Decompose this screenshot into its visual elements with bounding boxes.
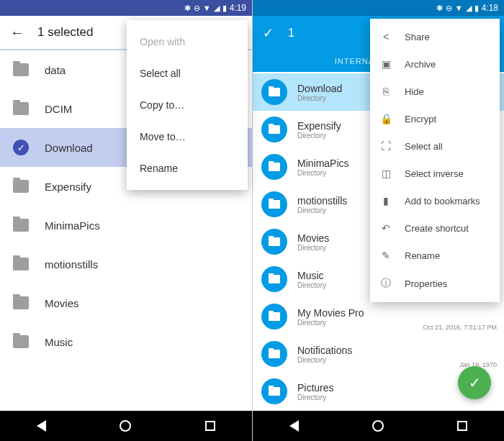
item-label: Notifications xyxy=(297,345,495,356)
folder-circle-icon xyxy=(261,154,287,180)
list-item[interactable]: NotificationsDirectoryJan 19, 1970 xyxy=(253,335,504,373)
menu-item-label: Select all xyxy=(405,141,443,152)
battery-icon: ▮ xyxy=(222,4,227,13)
folder-circle-icon xyxy=(261,191,287,217)
menu-item[interactable]: ⓘProperties xyxy=(370,269,500,298)
item-label: motionstills xyxy=(45,258,98,270)
menu-item[interactable]: Select all xyxy=(127,58,248,89)
menu-item-label: Properties xyxy=(405,278,447,289)
folder-icon xyxy=(13,258,29,270)
nav-recent-icon[interactable] xyxy=(457,421,467,431)
nav-home-icon[interactable] xyxy=(372,420,384,432)
menu-item[interactable]: ⎘Hide xyxy=(370,78,500,105)
selected-count: 1 xyxy=(288,27,294,40)
list-item[interactable]: motionstills xyxy=(0,245,252,283)
status-time: 4:18 xyxy=(482,3,498,13)
item-label: MinimaPics xyxy=(45,219,100,232)
context-menu: Open withSelect allCopy to…Move to…Renam… xyxy=(127,20,248,190)
menu-item[interactable]: ▣Archive xyxy=(370,50,500,78)
status-bar: ✱ ⊖ ▼ ◢ ▮ 4:18 xyxy=(253,0,504,16)
lock-icon: 🔒 xyxy=(380,113,392,124)
check-icon[interactable]: ✓ xyxy=(263,25,274,41)
menu-item[interactable]: ◫Select inverse xyxy=(370,160,500,187)
bluetooth-icon: ✱ xyxy=(436,4,443,13)
folder-icon xyxy=(13,102,29,115)
toolbar-title: 1 selected xyxy=(37,25,94,40)
check-circle-icon: ✓ xyxy=(13,140,29,155)
menu-item: Open with xyxy=(127,26,248,58)
item-label: My Movies Pro xyxy=(297,307,495,319)
menu-item-label: Select inverse xyxy=(405,168,464,179)
folder-icon xyxy=(13,219,29,232)
menu-item-label: Add to bookmarks xyxy=(405,196,480,206)
properties-icon: ⓘ xyxy=(380,277,392,290)
wifi-icon: ▼ xyxy=(455,4,463,12)
list-item[interactable]: Music xyxy=(0,322,252,361)
fab-confirm[interactable]: ✓ xyxy=(458,366,491,399)
share-icon: < xyxy=(380,31,392,42)
dnd-icon: ⊖ xyxy=(194,4,200,13)
folder-icon xyxy=(13,296,29,309)
phone-left: ✱ ⊖ ▼ ◢ ▮ 4:19 ← 1 selected dataDCIM✓Dow… xyxy=(0,0,252,441)
item-label: data xyxy=(45,64,66,76)
bookmark-icon: ▮ xyxy=(380,195,392,206)
menu-item[interactable]: ▮Add to bookmarks xyxy=(370,187,500,214)
shortcut-icon: ↶ xyxy=(380,222,392,234)
folder-circle-icon xyxy=(261,341,287,367)
item-label: Movies xyxy=(45,297,79,309)
folder-circle-icon xyxy=(261,304,287,329)
menu-item[interactable]: ↶Create shortcut xyxy=(370,214,500,242)
menu-item-label: Hide xyxy=(405,86,424,97)
rename-icon: ✎ xyxy=(380,250,392,261)
folder-icon xyxy=(13,335,29,348)
list-item[interactable]: My Movies ProDirectoryOct 21, 2016, 7:51… xyxy=(253,298,504,335)
status-time: 4:19 xyxy=(230,3,246,13)
dnd-icon: ⊖ xyxy=(446,4,452,13)
folder-circle-icon xyxy=(261,229,287,255)
battery-icon: ▮ xyxy=(474,4,479,13)
signal-icon: ◢ xyxy=(466,4,472,13)
menu-item[interactable]: Copy to… xyxy=(127,89,248,121)
folder-icon xyxy=(13,180,29,193)
select-all-icon: ⛶ xyxy=(380,140,392,152)
list-item[interactable]: Movies xyxy=(0,283,252,322)
archive-icon: ▣ xyxy=(380,58,392,70)
nav-back-icon[interactable] xyxy=(37,420,46,432)
item-date: Oct 21, 2016, 7:51:17 PM xyxy=(423,324,497,331)
menu-item-label: Encrypt xyxy=(405,114,436,124)
folder-icon xyxy=(13,63,29,76)
item-label: Expensify xyxy=(45,181,91,193)
bluetooth-icon: ✱ xyxy=(184,4,191,13)
wifi-icon: ▼ xyxy=(203,4,211,12)
menu-item[interactable]: 🔒Encrypt xyxy=(370,105,500,132)
item-label: Download xyxy=(45,142,93,154)
menu-item[interactable]: <Share xyxy=(370,23,500,50)
menu-item[interactable]: ✎Rename xyxy=(370,242,500,269)
status-bar: ✱ ⊖ ▼ ◢ ▮ 4:19 xyxy=(0,0,252,16)
menu-item-label: Share xyxy=(405,32,430,42)
folder-circle-icon xyxy=(261,266,287,292)
phone-right: ✱ ⊖ ▼ ◢ ▮ 4:18 ✓ 1 INTERNAL MEMORY Downl… xyxy=(252,0,504,441)
menu-item[interactable]: ⛶Select all xyxy=(370,132,500,160)
folder-circle-icon xyxy=(261,378,287,404)
folder-circle-icon xyxy=(261,79,287,105)
folder-circle-icon xyxy=(261,117,287,142)
nav-bar xyxy=(253,411,504,441)
menu-item[interactable]: Rename xyxy=(127,153,248,184)
list-item[interactable]: MinimaPics xyxy=(0,206,252,245)
nav-bar xyxy=(0,411,252,441)
menu-item-label: Create shortcut xyxy=(405,223,469,234)
nav-back-icon[interactable] xyxy=(289,420,299,432)
item-label: DCIM xyxy=(45,103,72,115)
nav-recent-icon[interactable] xyxy=(205,421,215,431)
item-label: Music xyxy=(45,336,73,348)
select-inverse-icon: ◫ xyxy=(380,168,392,179)
menu-item[interactable]: Move to… xyxy=(127,121,248,153)
menu-item-label: Archive xyxy=(405,59,436,70)
menu-item-label: Rename xyxy=(405,250,440,261)
hide-icon: ⎘ xyxy=(380,86,392,97)
context-menu: <Share▣Archive⎘Hide🔒Encrypt⛶Select all◫S… xyxy=(370,19,500,302)
nav-home-icon[interactable] xyxy=(120,420,131,432)
signal-icon: ◢ xyxy=(214,4,220,13)
back-icon[interactable]: ← xyxy=(10,24,24,41)
